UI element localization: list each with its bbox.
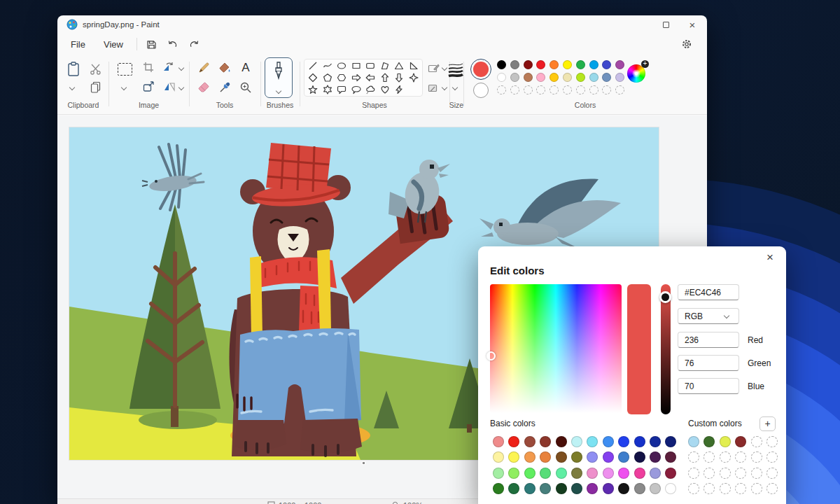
palette-color[interactable] [576, 60, 585, 69]
custom-color-empty[interactable] [735, 451, 746, 463]
basic-color[interactable] [665, 451, 676, 463]
basic-color[interactable] [618, 468, 629, 479]
basic-color[interactable] [493, 483, 504, 494]
resize-button[interactable] [141, 80, 155, 94]
basic-color[interactable] [618, 436, 629, 447]
basic-color[interactable] [571, 451, 582, 463]
custom-color-empty[interactable] [720, 451, 731, 463]
palette-color-empty[interactable] [550, 85, 559, 94]
custom-color-empty[interactable] [766, 451, 778, 463]
color-mode-select[interactable]: RGB [678, 308, 739, 324]
gradient-selection-marker[interactable] [486, 351, 496, 360]
basic-color[interactable] [587, 483, 598, 494]
shape-fill-button[interactable] [426, 81, 440, 94]
custom-color-empty[interactable] [751, 436, 762, 447]
palette-color-empty[interactable] [497, 85, 506, 94]
palette-color-empty[interactable] [510, 85, 519, 94]
custom-color-empty[interactable] [766, 436, 778, 447]
rotate-dropdown-chevron[interactable] [178, 65, 184, 71]
canvas-resize-handle[interactable] [362, 461, 365, 465]
palette-color[interactable] [536, 60, 545, 69]
custom-color-empty[interactable] [766, 468, 778, 479]
shape-callout-rounded[interactable] [336, 84, 347, 95]
shape-curve[interactable] [322, 60, 333, 71]
shape-line[interactable] [307, 60, 318, 71]
menu-file[interactable]: File [62, 36, 94, 52]
shape-callout-cloud[interactable] [365, 84, 376, 95]
text-tool[interactable]: A [238, 60, 253, 76]
palette-color[interactable] [589, 73, 598, 82]
basic-color[interactable] [571, 436, 582, 447]
palette-color[interactable] [497, 60, 506, 69]
basic-color[interactable] [571, 468, 582, 479]
hex-input[interactable]: #EC4C46 [678, 284, 739, 300]
shape-star-6[interactable] [322, 84, 333, 95]
custom-color-empty[interactable] [720, 483, 731, 494]
basic-color[interactable] [540, 468, 551, 479]
basic-color[interactable] [665, 436, 676, 447]
custom-color-empty[interactable] [704, 468, 715, 479]
fill-tool[interactable] [217, 60, 232, 76]
shape-rectangle[interactable] [351, 60, 362, 71]
custom-color[interactable] [704, 436, 715, 447]
shape-pentagon[interactable] [322, 72, 333, 83]
shape-oval[interactable] [336, 60, 347, 71]
pencil-tool[interactable] [196, 60, 211, 76]
basic-color[interactable] [524, 451, 536, 463]
basic-color[interactable] [618, 483, 629, 494]
redo-button[interactable] [183, 36, 204, 52]
basic-color[interactable] [571, 483, 582, 494]
palette-color[interactable] [563, 73, 572, 82]
palette-color-empty[interactable] [576, 85, 585, 94]
palette-color[interactable] [536, 73, 545, 82]
custom-color-empty[interactable] [766, 483, 778, 494]
undo-button[interactable] [162, 36, 183, 52]
shape-callout-oval[interactable] [351, 84, 362, 95]
palette-color[interactable] [524, 73, 533, 82]
rotate-button[interactable] [161, 60, 176, 74]
shape-arrow-right[interactable] [351, 72, 362, 83]
palette-color[interactable] [510, 60, 519, 69]
palette-color[interactable] [576, 73, 585, 82]
saturation-gradient-picker[interactable] [490, 284, 622, 413]
palette-color-empty[interactable] [563, 85, 572, 94]
basic-color[interactable] [556, 483, 567, 494]
basic-color[interactable] [524, 468, 536, 479]
basic-color[interactable] [603, 483, 614, 494]
shape-polygon[interactable] [379, 60, 391, 71]
basic-color[interactable] [556, 436, 567, 447]
basic-color[interactable] [540, 436, 551, 447]
shape-arrow-up[interactable] [379, 72, 391, 83]
palette-color-empty[interactable] [589, 85, 598, 94]
basic-color[interactable] [634, 451, 645, 463]
custom-color-empty[interactable] [735, 468, 746, 479]
palette-color[interactable] [563, 60, 572, 69]
save-button[interactable] [141, 36, 162, 52]
basic-color[interactable] [665, 483, 676, 494]
value-slider-handle[interactable] [659, 291, 671, 303]
basic-color[interactable] [524, 436, 536, 447]
basic-color[interactable] [634, 483, 645, 494]
add-custom-color-button[interactable]: + [760, 416, 776, 431]
basic-color[interactable] [508, 483, 519, 494]
palette-color[interactable] [510, 73, 519, 82]
basic-color[interactable] [618, 451, 629, 463]
shape-triangle[interactable] [393, 60, 405, 71]
custom-color-empty[interactable] [720, 468, 731, 479]
basic-color[interactable] [650, 468, 661, 479]
basic-color[interactable] [540, 451, 551, 463]
basic-color[interactable] [603, 468, 614, 479]
custom-color-empty[interactable] [751, 468, 762, 479]
basic-color[interactable] [665, 468, 676, 479]
shape-arrow-left[interactable] [365, 72, 376, 83]
shape-diamond[interactable] [307, 72, 318, 83]
basic-color[interactable] [508, 468, 519, 479]
custom-color-empty[interactable] [688, 468, 699, 479]
shape-outline-button[interactable] [426, 62, 440, 74]
shape-fill-chevron[interactable] [442, 85, 447, 90]
settings-button[interactable] [676, 36, 697, 52]
brushes-button[interactable] [265, 57, 293, 98]
eraser-tool[interactable] [196, 80, 211, 95]
size-dropdown-chevron[interactable] [452, 85, 458, 90]
palette-color-empty[interactable] [615, 85, 624, 94]
